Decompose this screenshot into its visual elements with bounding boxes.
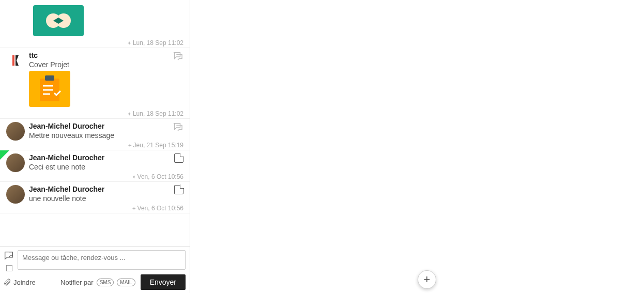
send-button[interactable]: Envoyer: [141, 274, 186, 290]
unread-indicator-icon: [0, 150, 9, 160]
message-body: Mettre nouveaux message: [6, 131, 183, 140]
chat-bubble-icon: [3, 255, 14, 263]
message-body: une nouvelle note: [6, 194, 183, 203]
message-thumbnail: [29, 71, 70, 107]
notify-label: Notifier par: [60, 279, 94, 286]
message-body: Ceci est une note: [6, 163, 183, 171]
message-item[interactable]: ttcCover ProjetLun, 18 Sep 11:02: [0, 48, 190, 119]
message-timestamp: Lun, 18 Sep 11:02: [6, 109, 183, 117]
composer-checkbox[interactable]: [6, 265, 12, 271]
message-item[interactable]: Jean-Michel DurocherCeci est une noteVen…: [0, 150, 190, 182]
message-item[interactable]: Lun, 18 Sep 11:02: [0, 0, 190, 48]
floating-add-button[interactable]: +: [418, 270, 436, 289]
attach-label: Joindre: [13, 279, 36, 286]
attach-button[interactable]: Joindre: [3, 278, 36, 286]
message-item[interactable]: Jean-Michel DurocherMettre nouveaux mess…: [0, 119, 190, 150]
message-timestamp: Ven, 6 Oct 10:56: [6, 204, 183, 212]
message-timestamp: Ven, 6 Oct 10:56: [6, 172, 183, 180]
svg-rect-3: [45, 75, 54, 81]
reply-icon[interactable]: [172, 122, 183, 131]
message-body: Cover Projet: [6, 60, 183, 69]
avatar: [6, 185, 25, 204]
avatar: [6, 51, 25, 70]
note-icon[interactable]: [174, 153, 183, 163]
sms-toggle[interactable]: SMS: [97, 279, 114, 286]
note-icon[interactable]: [174, 185, 183, 194]
message-timestamp: Jeu, 21 Sep 15:19: [6, 141, 183, 149]
composer: Joindre Notifier par SMS MAIL Envoyer: [0, 246, 190, 293]
message-sender: Jean-Michel Durocher: [6, 185, 183, 193]
reply-icon[interactable]: [172, 51, 183, 60]
conversation-panel: Lun, 18 Sep 11:02ttcCover ProjetLun, 18 …: [0, 0, 190, 293]
message-item[interactable]: Jean-Michel Durocherune nouvelle noteVen…: [0, 182, 190, 213]
message-list: Lun, 18 Sep 11:02ttcCover ProjetLun, 18 …: [0, 0, 190, 246]
message-sender: ttc: [6, 51, 183, 59]
message-sender: Jean-Michel Durocher: [6, 153, 183, 162]
message-timestamp: Lun, 18 Sep 11:02: [6, 38, 183, 47]
message-input[interactable]: [18, 250, 186, 270]
message-sender: Jean-Michel Durocher: [6, 122, 183, 130]
mail-toggle[interactable]: MAIL: [117, 279, 135, 286]
avatar: [6, 122, 25, 141]
message-thumbnail: [33, 5, 84, 36]
